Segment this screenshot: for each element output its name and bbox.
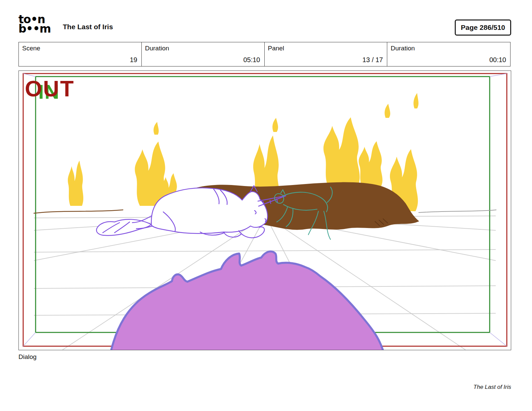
flame-spark — [153, 122, 159, 135]
unicorn-chest-leg — [224, 232, 241, 237]
flame-spark — [385, 104, 390, 118]
panel-duration-value: 00:10 — [489, 56, 506, 64]
dialog-label: Dialog — [18, 353, 37, 361]
camera-out-label: OUT — [25, 78, 75, 100]
info-bar: Scene 19 Duration 05:10 Panel 13 / 17 Du… — [18, 42, 511, 66]
page-badge: Page 286/510 — [455, 19, 511, 36]
storyboard-panel: IN OUT — [18, 71, 511, 350]
scene-value: 19 — [130, 56, 137, 64]
toonboom-logo: to•n b••m — [18, 15, 51, 33]
panel-duration-cell: Duration 00:10 — [387, 42, 510, 66]
scene-label: Scene — [22, 45, 40, 52]
unicorn-sketch — [96, 186, 286, 238]
panel-label: Panel — [268, 45, 284, 52]
purple-mound — [110, 252, 384, 350]
scene-duration-cell: Duration 05:10 — [142, 42, 265, 66]
project-title: The Last of Iris — [63, 23, 113, 31]
unicorn-tail-tuft — [96, 219, 151, 235]
logo-line-2: b••m — [18, 24, 51, 34]
unicorn-body — [151, 188, 268, 233]
flame-spark — [272, 118, 278, 132]
ground-line-left — [34, 210, 123, 213]
footer-title: The Last of Iris — [474, 384, 511, 391]
scene-duration-value: 05:10 — [243, 56, 260, 64]
panel-duration-label: Duration — [391, 45, 415, 52]
scene-duration-label: Duration — [145, 45, 169, 52]
panel-value: 13 / 17 — [362, 56, 383, 64]
storyboard-drawing — [19, 71, 511, 350]
storyboard-page: to•n b••m The Last of Iris Page 286/510 … — [0, 0, 532, 411]
ground-line-right — [418, 210, 496, 213]
flame-spark — [413, 93, 418, 108]
panel-cell: Panel 13 / 17 — [265, 42, 388, 66]
scene-cell: Scene 19 — [19, 42, 142, 66]
